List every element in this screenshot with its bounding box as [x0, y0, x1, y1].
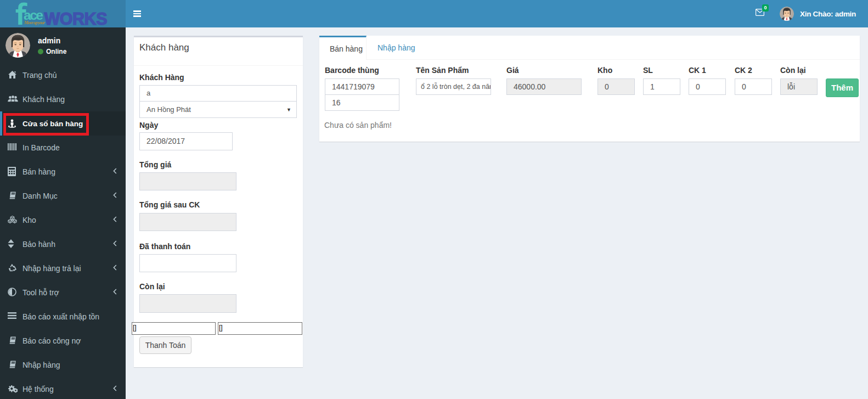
svg-text:Move up your: Move up your: [24, 20, 46, 25]
svg-text:WORKS: WORKS: [44, 9, 108, 28]
